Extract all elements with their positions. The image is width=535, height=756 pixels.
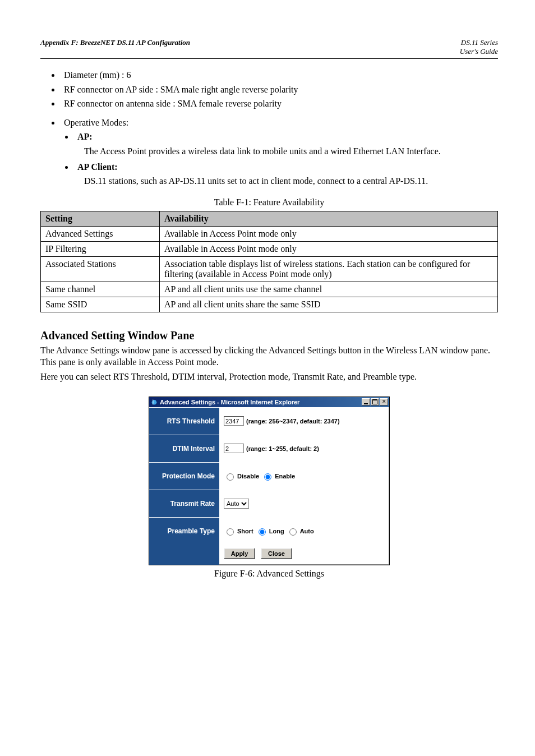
row-protection: Protection Mode Disable Enable [149, 462, 389, 490]
table-row: IP Filtering Available in Access Point m… [41, 241, 498, 256]
table-row: Associated Stations Association table di… [41, 256, 498, 282]
close-button[interactable]: ✕ [380, 398, 388, 405]
row-preamble: Preamble Type Short Long Auto [149, 517, 389, 545]
figure-caption: Figure F-6: Advanced Settings [40, 569, 498, 579]
table-title: Table F-1: Feature Availability [40, 197, 498, 208]
table-header: Availability [160, 211, 498, 226]
mode-item: AP: [74, 131, 498, 143]
mode-item: AP Client: [74, 161, 498, 173]
button-row: Apply Close [149, 545, 389, 565]
operative-modes-label: Operative Modes: [61, 117, 498, 129]
spec-item: RF connector on antenna side : SMA femal… [61, 98, 498, 110]
modes-list: AP: [74, 131, 498, 143]
mode-text: The Access Point provides a wireless dat… [84, 145, 498, 158]
label-rts: RTS Threshold [149, 408, 219, 435]
row-rts: RTS Threshold (range: 256~2347, default:… [149, 407, 389, 435]
table-header: Setting [41, 211, 160, 226]
protection-disable-radio[interactable]: Disable [224, 472, 259, 481]
label-protection: Protection Mode [149, 463, 219, 490]
ie-icon [151, 399, 158, 405]
dtim-hint: (range: 1~255, default: 2) [246, 445, 319, 452]
table-row: Same channel AP and all client units use… [41, 282, 498, 297]
header-right: DS.11 Series User's Guide [460, 38, 498, 56]
dtim-input[interactable] [224, 444, 244, 453]
spec-item: RF connector on AP side : SMA male right… [61, 84, 498, 96]
spec-list: Diameter (mm) : 6 RF connector on AP sid… [61, 69, 498, 110]
header-left: Appendix F: BreezeNET DS.11 AP Configura… [40, 38, 190, 47]
mode-text: DS.11 stations, such as AP-DS.11 units s… [84, 175, 498, 187]
txrate-select[interactable]: Auto [224, 499, 249, 509]
preamble-short-radio[interactable]: Short [224, 527, 253, 536]
paragraph: The Advance Settings window pane is acce… [40, 344, 498, 368]
label-dtim: DTIM Interval [149, 435, 219, 462]
section-heading: Advanced Setting Window Pane [40, 329, 498, 342]
row-dtim: DTIM Interval (range: 1~255, default: 2) [149, 435, 389, 462]
maximize-button[interactable] [371, 398, 379, 405]
titlebar: Advanced Settings - Microsoft Internet E… [149, 397, 389, 407]
protection-enable-radio[interactable]: Enable [261, 472, 295, 481]
header-rule [40, 58, 498, 59]
modes-list: AP Client: [74, 161, 498, 173]
rts-hint: (range: 256~2347, default: 2347) [246, 418, 340, 425]
modes-outer-list: Operative Modes: [61, 117, 498, 129]
label-txrate: Transmit Rate [149, 490, 219, 517]
feature-table: Setting Availability Advanced Settings A… [40, 211, 498, 312]
table-row: Advanced Settings Available in Access Po… [41, 226, 498, 241]
preamble-long-radio[interactable]: Long [256, 527, 284, 536]
close-button-form[interactable]: Close [261, 548, 292, 559]
preamble-auto-radio[interactable]: Auto [287, 527, 314, 536]
window: Advanced Settings - Microsoft Internet E… [149, 397, 390, 565]
row-txrate: Transmit Rate Auto [149, 490, 389, 517]
window-title: Advanced Settings - Microsoft Internet E… [160, 399, 362, 405]
figure-wrap: Advanced Settings - Microsoft Internet E… [40, 397, 498, 565]
paragraph: Here you can select RTS Threshold, DTIM … [40, 371, 498, 383]
rts-input[interactable] [224, 416, 244, 426]
label-preamble: Preamble Type [149, 518, 219, 545]
apply-button[interactable]: Apply [224, 548, 255, 559]
table-row: Same SSID AP and all client units share … [41, 297, 498, 312]
spec-item: Diameter (mm) : 6 [61, 69, 498, 81]
minimize-button[interactable] [362, 398, 370, 405]
